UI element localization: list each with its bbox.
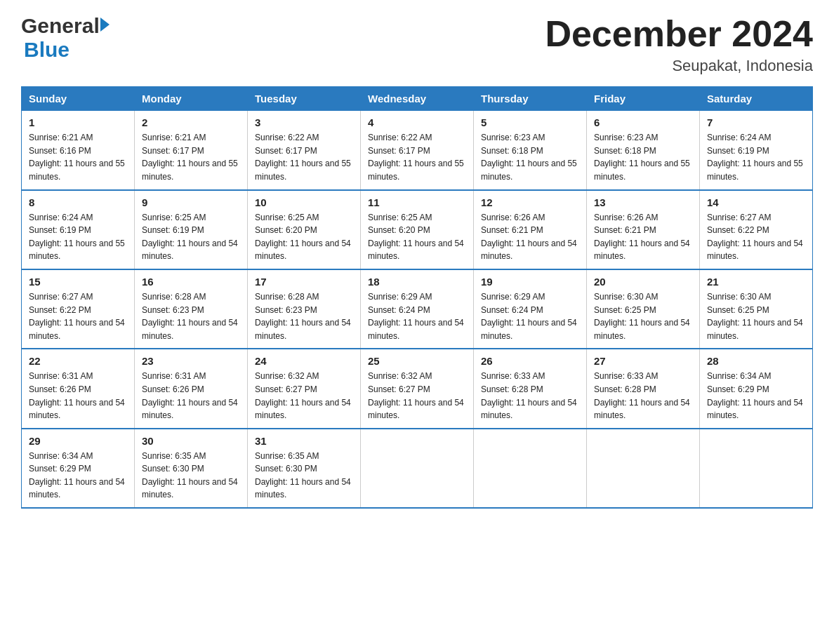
day-info: Sunrise: 6:30 AMSunset: 6:25 PMDaylight:… (594, 290, 692, 342)
calendar-cell: 16 Sunrise: 6:28 AMSunset: 6:23 PMDaylig… (135, 269, 248, 349)
day-number: 30 (142, 435, 240, 447)
calendar-cell: 10 Sunrise: 6:25 AMSunset: 6:20 PMDaylig… (248, 190, 361, 269)
calendar-cell (587, 429, 700, 508)
day-info: Sunrise: 6:34 AMSunset: 6:29 PMDaylight:… (29, 450, 127, 502)
day-number: 19 (481, 276, 579, 288)
day-info: Sunrise: 6:28 AMSunset: 6:23 PMDaylight:… (255, 290, 353, 342)
day-info: Sunrise: 6:26 AMSunset: 6:21 PMDaylight:… (481, 211, 579, 263)
day-number: 28 (707, 355, 805, 367)
calendar-cell: 5 Sunrise: 6:23 AMSunset: 6:18 PMDayligh… (474, 111, 587, 190)
day-number: 27 (594, 355, 692, 367)
logo-general-text: General (21, 14, 100, 38)
day-number: 6 (594, 116, 692, 128)
day-number: 25 (368, 355, 466, 367)
calendar-cell: 15 Sunrise: 6:27 AMSunset: 6:22 PMDaylig… (22, 269, 135, 349)
calendar-week-row: 1 Sunrise: 6:21 AMSunset: 6:16 PMDayligh… (22, 111, 813, 190)
day-info: Sunrise: 6:26 AMSunset: 6:21 PMDaylight:… (594, 211, 692, 263)
day-number: 20 (594, 276, 692, 288)
day-info: Sunrise: 6:35 AMSunset: 6:30 PMDaylight:… (255, 450, 353, 502)
calendar-header-row: SundayMondayTuesdayWednesdayThursdayFrid… (22, 87, 813, 111)
day-number: 15 (29, 276, 127, 288)
calendar-cell: 31 Sunrise: 6:35 AMSunset: 6:30 PMDaylig… (248, 429, 361, 508)
logo-blue-text: Blue (24, 38, 70, 61)
calendar-cell: 12 Sunrise: 6:26 AMSunset: 6:21 PMDaylig… (474, 190, 587, 269)
day-info: Sunrise: 6:24 AMSunset: 6:19 PMDaylight:… (29, 211, 127, 263)
day-number: 17 (255, 276, 353, 288)
day-info: Sunrise: 6:21 AMSunset: 6:16 PMDaylight:… (29, 131, 127, 183)
calendar-cell: 30 Sunrise: 6:35 AMSunset: 6:30 PMDaylig… (135, 429, 248, 508)
day-info: Sunrise: 6:32 AMSunset: 6:27 PMDaylight:… (368, 370, 466, 422)
calendar-cell (361, 429, 474, 508)
calendar-week-row: 29 Sunrise: 6:34 AMSunset: 6:29 PMDaylig… (22, 429, 813, 508)
day-number: 29 (29, 435, 127, 447)
day-info: Sunrise: 6:31 AMSunset: 6:26 PMDaylight:… (29, 370, 127, 422)
column-header-monday: Monday (135, 87, 248, 111)
calendar-cell: 1 Sunrise: 6:21 AMSunset: 6:16 PMDayligh… (22, 111, 135, 190)
day-info: Sunrise: 6:27 AMSunset: 6:22 PMDaylight:… (29, 290, 127, 342)
column-header-thursday: Thursday (474, 87, 587, 111)
column-header-friday: Friday (587, 87, 700, 111)
day-number: 24 (255, 355, 353, 367)
day-number: 5 (481, 116, 579, 128)
day-info: Sunrise: 6:22 AMSunset: 6:17 PMDaylight:… (368, 131, 466, 183)
calendar-week-row: 15 Sunrise: 6:27 AMSunset: 6:22 PMDaylig… (22, 269, 813, 349)
calendar-cell: 27 Sunrise: 6:33 AMSunset: 6:28 PMDaylig… (587, 349, 700, 428)
calendar-cell: 25 Sunrise: 6:32 AMSunset: 6:27 PMDaylig… (361, 349, 474, 428)
calendar-cell: 29 Sunrise: 6:34 AMSunset: 6:29 PMDaylig… (22, 429, 135, 508)
month-title: December 2024 (545, 14, 813, 54)
day-info: Sunrise: 6:28 AMSunset: 6:23 PMDaylight:… (142, 290, 240, 342)
day-info: Sunrise: 6:24 AMSunset: 6:19 PMDaylight:… (707, 131, 805, 183)
day-number: 22 (29, 355, 127, 367)
day-number: 23 (142, 355, 240, 367)
day-number: 1 (29, 116, 127, 128)
day-info: Sunrise: 6:29 AMSunset: 6:24 PMDaylight:… (368, 290, 466, 342)
day-number: 3 (255, 116, 353, 128)
calendar-cell: 13 Sunrise: 6:26 AMSunset: 6:21 PMDaylig… (587, 190, 700, 269)
calendar-cell: 2 Sunrise: 6:21 AMSunset: 6:17 PMDayligh… (135, 111, 248, 190)
day-info: Sunrise: 6:25 AMSunset: 6:19 PMDaylight:… (142, 211, 240, 263)
day-number: 26 (481, 355, 579, 367)
day-number: 4 (368, 116, 466, 128)
calendar-cell: 17 Sunrise: 6:28 AMSunset: 6:23 PMDaylig… (248, 269, 361, 349)
calendar-cell: 14 Sunrise: 6:27 AMSunset: 6:22 PMDaylig… (700, 190, 813, 269)
day-info: Sunrise: 6:23 AMSunset: 6:18 PMDaylight:… (481, 131, 579, 183)
day-info: Sunrise: 6:29 AMSunset: 6:24 PMDaylight:… (481, 290, 579, 342)
calendar-cell: 19 Sunrise: 6:29 AMSunset: 6:24 PMDaylig… (474, 269, 587, 349)
logo-triangle-icon (100, 18, 110, 32)
day-number: 12 (481, 196, 579, 208)
day-number: 13 (594, 196, 692, 208)
calendar-cell: 26 Sunrise: 6:33 AMSunset: 6:28 PMDaylig… (474, 349, 587, 428)
day-info: Sunrise: 6:34 AMSunset: 6:29 PMDaylight:… (707, 370, 805, 422)
day-info: Sunrise: 6:25 AMSunset: 6:20 PMDaylight:… (255, 211, 353, 263)
calendar-cell: 8 Sunrise: 6:24 AMSunset: 6:19 PMDayligh… (22, 190, 135, 269)
day-info: Sunrise: 6:25 AMSunset: 6:20 PMDaylight:… (368, 211, 466, 263)
calendar-cell (700, 429, 813, 508)
calendar-cell (474, 429, 587, 508)
calendar-cell: 9 Sunrise: 6:25 AMSunset: 6:19 PMDayligh… (135, 190, 248, 269)
column-header-saturday: Saturday (700, 87, 813, 111)
calendar-cell: 3 Sunrise: 6:22 AMSunset: 6:17 PMDayligh… (248, 111, 361, 190)
day-number: 9 (142, 196, 240, 208)
calendar-cell: 21 Sunrise: 6:30 AMSunset: 6:25 PMDaylig… (700, 269, 813, 349)
day-number: 16 (142, 276, 240, 288)
calendar-table: SundayMondayTuesdayWednesdayThursdayFrid… (21, 86, 813, 509)
calendar-week-row: 22 Sunrise: 6:31 AMSunset: 6:26 PMDaylig… (22, 349, 813, 428)
calendar-cell: 7 Sunrise: 6:24 AMSunset: 6:19 PMDayligh… (700, 111, 813, 190)
column-header-wednesday: Wednesday (361, 87, 474, 111)
day-info: Sunrise: 6:35 AMSunset: 6:30 PMDaylight:… (142, 450, 240, 502)
calendar-cell: 20 Sunrise: 6:30 AMSunset: 6:25 PMDaylig… (587, 269, 700, 349)
column-header-sunday: Sunday (22, 87, 135, 111)
day-number: 18 (368, 276, 466, 288)
day-info: Sunrise: 6:27 AMSunset: 6:22 PMDaylight:… (707, 211, 805, 263)
calendar-cell: 23 Sunrise: 6:31 AMSunset: 6:26 PMDaylig… (135, 349, 248, 428)
location-label: Seupakat, Indonesia (545, 57, 813, 75)
calendar-cell: 24 Sunrise: 6:32 AMSunset: 6:27 PMDaylig… (248, 349, 361, 428)
day-number: 21 (707, 276, 805, 288)
page-header: General Blue December 2024 Seupakat, Ind… (21, 14, 813, 75)
logo: General Blue (21, 14, 110, 62)
day-info: Sunrise: 6:21 AMSunset: 6:17 PMDaylight:… (142, 131, 240, 183)
calendar-cell: 18 Sunrise: 6:29 AMSunset: 6:24 PMDaylig… (361, 269, 474, 349)
day-number: 31 (255, 435, 353, 447)
calendar-cell: 6 Sunrise: 6:23 AMSunset: 6:18 PMDayligh… (587, 111, 700, 190)
calendar-cell: 11 Sunrise: 6:25 AMSunset: 6:20 PMDaylig… (361, 190, 474, 269)
